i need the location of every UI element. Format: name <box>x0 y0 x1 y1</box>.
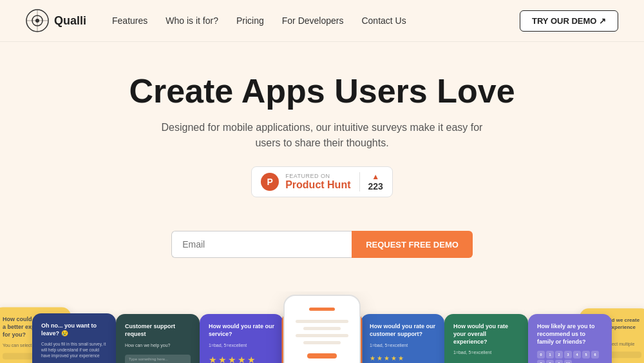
survey-card-nps: How likely are you to recommend us to fa… <box>528 314 612 363</box>
request-demo-button[interactable]: REQUEST FREE DEMO <box>352 231 473 258</box>
survey-card-support: Customer support request How can we help… <box>116 314 200 363</box>
nps3: 3 <box>564 351 572 358</box>
card-support-subtitle: How can we help you? <box>125 342 191 348</box>
nps7: 7 <box>537 360 545 363</box>
email-input[interactable] <box>171 231 352 258</box>
nav-developers[interactable]: For Developers <box>282 15 344 26</box>
ph-product-hunt-name: Product Hunt <box>285 179 350 191</box>
card-retention-body: Could you fill in this small survey, it … <box>41 341 107 358</box>
card-rating3-title: How would you rate your overall experien… <box>453 323 519 346</box>
phone-mockup <box>283 295 361 363</box>
input-placeholder: Type something here... <box>125 355 191 363</box>
nps4: 4 <box>573 351 581 358</box>
email-form: REQUEST FREE DEMO <box>13 231 631 258</box>
nps10: 10 <box>564 360 572 363</box>
nps-numbers: 0 1 2 3 4 5 6 7 8 9 10 <box>537 351 603 363</box>
nps9: 9 <box>555 360 563 363</box>
hero-title: Create Apps Users Love <box>13 73 631 110</box>
ph-upvote-block: ▲ 223 <box>359 172 383 191</box>
ph-logo-icon: P <box>261 173 279 191</box>
star4: ★ <box>238 355 246 363</box>
nav-pricing[interactable]: Pricing <box>236 15 264 26</box>
nps2: 2 <box>555 351 563 358</box>
rating-stars1: ★ ★ ★ ★ ★ <box>209 355 274 363</box>
cards-section: How could we create a better experience … <box>0 291 644 363</box>
nps1: 1 <box>546 351 554 358</box>
card-rating3-subtitle: 1=bad, 5=excellent <box>453 349 519 355</box>
nps0: 0 <box>537 351 545 358</box>
star1: ★ <box>209 355 217 363</box>
phone-cta <box>307 353 337 358</box>
logo[interactable]: Qualli <box>26 9 86 32</box>
product-hunt-badge[interactable]: P FEATURED ON Product Hunt ▲ 223 <box>251 166 393 197</box>
star3: ★ <box>228 355 236 363</box>
nav-links: Features Who is it for? Pricing For Deve… <box>112 15 520 26</box>
card-rating2-subtitle: 1=bad, 5=excellent <box>370 342 435 348</box>
card-rating1-title: How would you rate our service? <box>209 323 274 338</box>
star2-2: ★ <box>377 355 383 362</box>
phone-line2 <box>303 327 341 330</box>
star2: ★ <box>218 355 227 363</box>
nps5: 5 <box>582 351 590 358</box>
star2-5: ★ <box>398 355 404 362</box>
nps8: 8 <box>546 360 554 363</box>
card-retention-title: Oh no... you want to leave? 😢 <box>41 322 107 337</box>
nav-who[interactable]: Who is it for? <box>166 15 218 26</box>
support-input-box: Type something here... <box>125 355 191 363</box>
logo-icon <box>26 9 49 32</box>
ph-upvote-arrow: ▲ <box>372 172 379 181</box>
phone-line4 <box>303 341 341 344</box>
card-nps-title: How likely are you to recommend us to fa… <box>537 323 603 346</box>
star5: ★ <box>247 355 256 363</box>
try-demo-button[interactable]: TRY OUR DEMO ↗ <box>520 10 618 32</box>
nav-features[interactable]: Features <box>112 15 147 26</box>
navbar: Qualli Features Who is it for? Pricing F… <box>0 0 644 42</box>
survey-card-rating3: How would you rate your overall experien… <box>444 314 528 363</box>
nps6: 6 <box>591 351 599 358</box>
rating-stars2: ★ ★ ★ ★ ★ <box>370 355 435 362</box>
ph-upvote-count: 223 <box>368 181 383 191</box>
phone-line3 <box>296 334 348 337</box>
star2-1: ★ <box>370 355 375 362</box>
star2-4: ★ <box>391 355 397 362</box>
card-rating1-subtitle: 1=bad, 5=excellent <box>209 342 274 348</box>
ph-featured-on-label: FEATURED ON <box>285 173 350 179</box>
phone-line1 <box>296 320 348 323</box>
logo-text: Qualli <box>54 14 86 28</box>
phone-notch <box>309 308 335 311</box>
survey-card-rating2: How would you rate our customer support?… <box>361 314 444 363</box>
hero-subtitle: Designed for mobile applications, our in… <box>13 120 631 151</box>
survey-card-rating1: How would you rate our service? 1=bad, 5… <box>200 314 283 363</box>
survey-card-retention: Oh no... you want to leave? 😢 Could you … <box>32 313 116 363</box>
card-rating2-title: How would you rate our customer support? <box>370 323 435 338</box>
card-support-title: Customer support request <box>125 323 191 338</box>
star2-3: ★ <box>384 355 390 362</box>
hero-section: Create Apps Users Love Designed for mobi… <box>0 42 644 291</box>
nav-contact[interactable]: Contact Us <box>361 15 406 26</box>
ph-text-block: FEATURED ON Product Hunt <box>285 173 350 191</box>
